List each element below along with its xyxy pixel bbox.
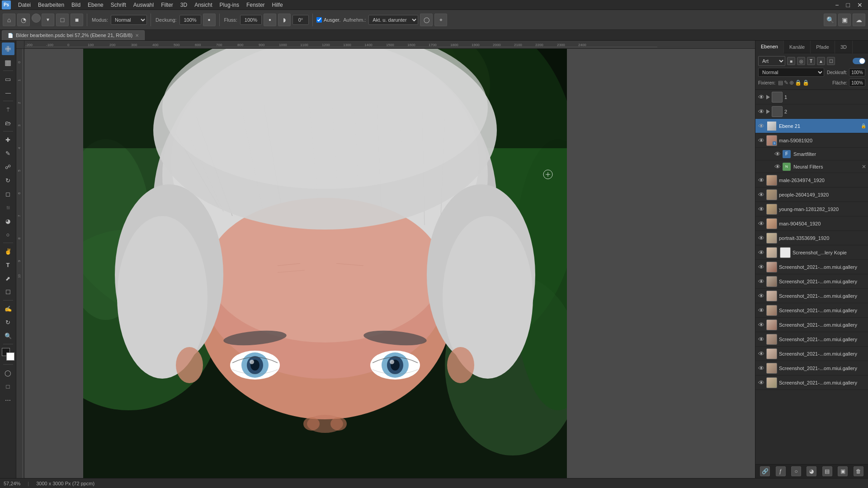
deckung-input[interactable] [179,15,201,25]
visibility-male2634974[interactable]: 👁 [757,176,765,184]
visibility-screenshot7[interactable]: 👁 [757,350,765,358]
layer-item-screenshot9[interactable]: 👁 Screenshot_2021-...om.miui.gallery [755,375,868,390]
layer-item-screenshot6[interactable]: 👁 Screenshot_2021-...om.miui.gallery [755,332,868,347]
layer-item-man59081920[interactable]: 👁 S man-59081920 [755,133,868,148]
artboard-tool[interactable]: ▦ [2,56,14,69]
menu-ebene[interactable]: Ebene [84,1,107,9]
filter-shape-btn[interactable]: ▲ [817,57,825,65]
marquee-tool[interactable]: ▭ [2,73,14,85]
menu-3d[interactable]: 3D [177,1,191,9]
color-swatch[interactable] [2,348,14,361]
visibility-people2604149[interactable]: 👁 [757,191,765,199]
eraser-tool[interactable]: ◻ [2,188,14,200]
visibility-screenshotkopie[interactable]: 👁 [757,249,765,257]
rotate-view-tool[interactable]: ↻ [2,316,14,328]
lasso-tool[interactable]: ⸻ [2,86,14,99]
sample-rings-btn[interactable]: ◯ [420,14,433,26]
visibility-screenshot4[interactable]: 👁 [757,306,765,314]
home-button[interactable]: ⌂ [3,14,15,26]
angle-input[interactable] [292,15,309,25]
visibility-youngman[interactable]: 👁 [757,205,765,213]
visibility-screenshot2[interactable]: 👁 [757,277,765,286]
adjustment-btn[interactable]: ◕ [807,466,816,476]
gradient-tool[interactable]: ◾ [2,201,14,214]
clone-tool[interactable]: ☍ [2,160,14,173]
visibility-man904504[interactable]: 👁 [757,220,765,228]
heal-tool[interactable]: ✚ [2,133,14,146]
visibility-portrait3353699[interactable]: 👁 [757,234,765,242]
move-tool[interactable]: ✙ [2,42,14,55]
fluss-input[interactable] [240,15,262,25]
menu-hilfe[interactable]: Hilfe [269,1,287,9]
tool-options[interactable]: ▼ [42,14,54,26]
link-layers-btn[interactable]: 🔗 [760,466,770,476]
visibility-screenshot9[interactable]: 👁 [757,379,765,387]
window-minimize[interactable]: − [831,0,842,9]
workspace-btn[interactable]: ▣ [838,14,851,26]
pen-tool[interactable]: ✌ [2,245,14,258]
shape-tool[interactable]: ☐ [2,286,14,298]
tool-preset-1[interactable] [32,14,41,23]
airbrush-btn[interactable]: ◗ [278,14,291,26]
add-mask-btn[interactable]: ○ [791,466,801,476]
visibility-group1[interactable]: 👁 [757,93,765,101]
menu-auswahl[interactable]: Auswahl [130,1,157,9]
filter-adjust-btn[interactable]: ◎ [797,57,805,65]
history-brush[interactable]: ↻ [2,174,14,187]
menu-plugins[interactable]: Plug-ins [216,1,243,9]
screen-mode-btn[interactable]: □ [2,380,14,393]
neural-close-btn[interactable]: ✕ [862,164,866,170]
opacity-input[interactable] [849,68,865,76]
hand-tool[interactable]: ✍ [2,302,14,315]
brush-toggle-1[interactable]: □ [56,14,69,26]
menu-bild[interactable]: Bild [68,1,84,9]
window-close[interactable]: ✕ [854,0,866,9]
add-style-btn[interactable]: ƒ [776,466,786,476]
layer-filter-toggle[interactable] [853,58,865,64]
visibility-ebene21[interactable]: 👁 [757,122,765,130]
ausger-checkbox[interactable] [316,17,322,23]
delete-layer-btn[interactable]: 🗑 [854,466,863,476]
zoom-tool[interactable]: 🔍 [2,329,14,342]
visibility-group2[interactable]: 👁 [757,108,765,116]
text-tool[interactable]: T [2,258,14,271]
layer-item-screenshot7[interactable]: 👁 Screenshot_2021-...om.miui.gallery [755,347,868,361]
menu-datei[interactable]: Datei [14,1,34,9]
document-tab[interactable]: 📄 Bilder bearbeiten.psdc bei 57,2% (Eben… [2,30,145,40]
filter-pixel-btn[interactable]: ■ [787,57,795,65]
tab-kanale[interactable]: Kanäle [784,41,811,53]
cloud-btn[interactable]: ☁ [853,14,865,26]
menu-bearbeiten[interactable]: Bearbeiten [34,1,68,9]
lock-all-btn[interactable]: 🔒 [802,80,809,86]
filter-smart-btn[interactable]: ☐ [827,57,835,65]
lock-transparent-btn[interactable]: ▤ [778,80,783,86]
brush-tool[interactable]: ✎ [2,147,14,160]
crop-tool[interactable]: ⍑ [2,103,14,116]
mask-mode-btn[interactable]: ◯ [2,366,14,379]
visibility-smartfilter[interactable]: 👁 [774,150,782,158]
layer-item-male2634974[interactable]: 👁 male-2634974_1920 [755,173,868,188]
window-maximize[interactable]: □ [843,0,854,9]
brush-tool-toolbar[interactable]: ◔ [17,14,30,26]
extra-tools-btn[interactable]: ⋯ [2,394,14,406]
menu-ansicht[interactable]: Ansicht [191,1,216,9]
menu-schrift[interactable]: Schrift [107,1,130,9]
fill-input[interactable] [849,79,865,87]
layer-item-neuralfilters[interactable]: 👁 N Neural Filters ✕ [755,160,868,173]
lock-artboard-btn[interactable]: ⊕ [789,80,794,86]
blur-tool[interactable]: ◕ [2,215,14,227]
visibility-screenshot1[interactable]: 👁 [757,263,765,271]
layer-item-man904504[interactable]: 👁 man-904504_1920 [755,216,868,231]
layer-item-screenshot1[interactable]: 👁 Screenshot_2021-...om.miui.gallery [755,260,868,274]
lock-image-btn[interactable]: ✎ [784,80,788,86]
new-layer-btn[interactable]: ▣ [838,466,848,476]
background-color[interactable] [6,352,14,361]
layer-item-screenshot8[interactable]: 👁 Screenshot_2021-...om.miui.gallery [755,361,868,375]
visibility-screenshot5[interactable]: 👁 [757,321,765,329]
filter-text-btn[interactable]: T [807,57,815,65]
pressure-flow-btn[interactable]: ● [264,14,276,26]
search-btn[interactable]: 🔍 [824,14,836,26]
layer-kind-select[interactable]: Art [758,56,785,66]
extra-options-btn[interactable]: ⌖ [434,14,447,26]
layer-item-youngman[interactable]: 👁 young-man-1281282_1920 [755,202,868,216]
